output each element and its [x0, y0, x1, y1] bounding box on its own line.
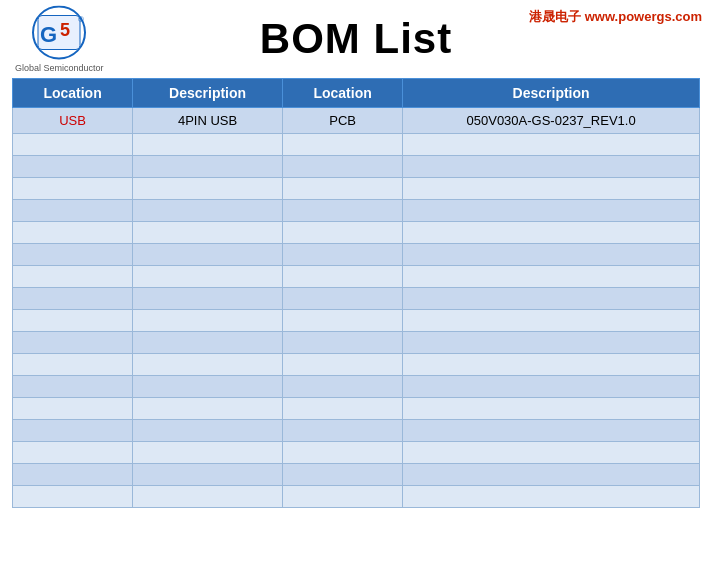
table-row	[13, 464, 700, 486]
table-cell	[13, 178, 133, 200]
table-container: Location Description Location Descriptio…	[0, 78, 712, 520]
table-cell	[133, 156, 283, 178]
watermark: 港晟电子 www.powergs.com	[529, 8, 702, 26]
table-cell	[283, 200, 403, 222]
table-cell: USB	[13, 108, 133, 134]
table-body: USB4PIN USBPCB050V030A-GS-0237_REV1.0	[13, 108, 700, 508]
table-row	[13, 222, 700, 244]
table-cell	[283, 486, 403, 508]
table-cell	[283, 222, 403, 244]
table-cell	[13, 354, 133, 376]
table-cell	[133, 486, 283, 508]
company-logo: G 5 ®	[28, 6, 90, 61]
table-cell	[283, 442, 403, 464]
table-cell	[13, 156, 133, 178]
table-cell	[133, 266, 283, 288]
table-row	[13, 332, 700, 354]
table-cell	[133, 134, 283, 156]
table-row	[13, 442, 700, 464]
col-header-location1: Location	[13, 79, 133, 108]
table-cell	[403, 376, 700, 398]
table-cell	[283, 310, 403, 332]
table-cell	[403, 134, 700, 156]
table-cell	[283, 376, 403, 398]
table-row	[13, 266, 700, 288]
table-cell	[133, 310, 283, 332]
table-cell	[133, 288, 283, 310]
svg-text:G: G	[40, 22, 57, 47]
table-cell	[283, 178, 403, 200]
table-row: USB4PIN USBPCB050V030A-GS-0237_REV1.0	[13, 108, 700, 134]
watermark-url: www.powergs.com	[585, 9, 702, 24]
table-cell	[13, 200, 133, 222]
col-header-description2: Description	[403, 79, 700, 108]
col-header-location2: Location	[283, 79, 403, 108]
table-row	[13, 200, 700, 222]
col-header-description1: Description	[133, 79, 283, 108]
table-cell	[133, 244, 283, 266]
table-cell	[283, 288, 403, 310]
table-cell	[403, 244, 700, 266]
logo-area: G 5 ® Global Semiconductor	[15, 6, 104, 73]
table-cell	[283, 134, 403, 156]
table-cell	[403, 222, 700, 244]
table-cell	[13, 398, 133, 420]
table-row	[13, 244, 700, 266]
table-cell	[133, 398, 283, 420]
table-cell	[403, 420, 700, 442]
table-cell	[13, 420, 133, 442]
table-cell	[403, 288, 700, 310]
table-cell	[13, 266, 133, 288]
bom-table: Location Description Location Descriptio…	[12, 78, 700, 508]
table-cell	[133, 200, 283, 222]
table-cell	[403, 266, 700, 288]
table-cell: 4PIN USB	[133, 108, 283, 134]
page-title: BOM List	[260, 15, 452, 63]
table-cell	[403, 156, 700, 178]
table-cell	[133, 464, 283, 486]
table-cell	[403, 310, 700, 332]
table-cell	[13, 332, 133, 354]
table-cell	[403, 354, 700, 376]
svg-text:®: ®	[78, 15, 84, 24]
header-row: Location Description Location Descriptio…	[13, 79, 700, 108]
table-cell	[283, 332, 403, 354]
page-header: G 5 ® Global Semiconductor BOM List 港晟电子…	[0, 0, 712, 78]
table-cell	[403, 398, 700, 420]
svg-text:5: 5	[60, 20, 70, 40]
table-cell	[283, 420, 403, 442]
table-cell	[13, 486, 133, 508]
table-cell	[133, 332, 283, 354]
table-row	[13, 398, 700, 420]
table-cell	[133, 376, 283, 398]
table-cell	[133, 420, 283, 442]
table-row	[13, 354, 700, 376]
company-name-label: Global Semiconductor	[15, 63, 104, 73]
table-row	[13, 376, 700, 398]
table-cell	[13, 464, 133, 486]
table-cell: 050V030A-GS-0237_REV1.0	[403, 108, 700, 134]
table-cell	[13, 376, 133, 398]
table-cell	[403, 200, 700, 222]
table-row	[13, 288, 700, 310]
table-cell	[283, 398, 403, 420]
table-row	[13, 486, 700, 508]
table-cell	[133, 178, 283, 200]
table-row	[13, 156, 700, 178]
table-row	[13, 134, 700, 156]
table-cell	[403, 332, 700, 354]
table-cell	[13, 244, 133, 266]
table-cell: PCB	[283, 108, 403, 134]
table-cell	[403, 178, 700, 200]
table-cell	[283, 464, 403, 486]
table-cell	[13, 442, 133, 464]
table-cell	[283, 156, 403, 178]
table-cell	[283, 244, 403, 266]
table-cell	[133, 222, 283, 244]
watermark-prefix: 港晟电子	[529, 9, 585, 24]
table-row	[13, 310, 700, 332]
table-cell	[133, 354, 283, 376]
table-row	[13, 420, 700, 442]
table-cell	[13, 222, 133, 244]
table-cell	[283, 354, 403, 376]
